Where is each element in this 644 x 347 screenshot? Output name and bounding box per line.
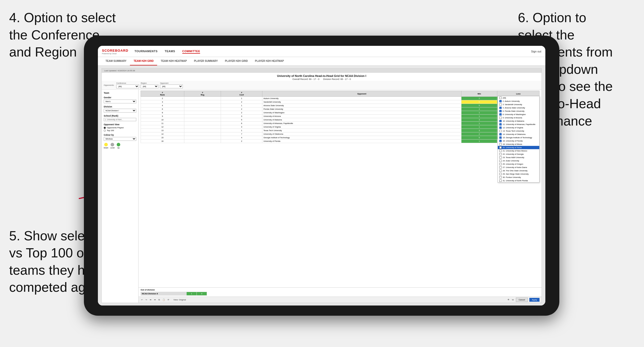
dropdown-item-label: (All) [503,97,506,99]
sidebar-gender-select[interactable]: Men's [104,100,136,103]
radio-top-100[interactable]: Top 100 [104,129,136,132]
col-conf: #Conf [221,91,262,97]
dropdown-item[interactable]: 24. Duke University [498,159,539,162]
toolbar-redo[interactable]: ↪ [145,298,148,301]
dropdown-item[interactable]: 2. Auburn University [498,100,539,103]
grid-area: #Rank #Reg #Conf Opponent Win Loss [139,90,542,303]
dropdown-item[interactable]: 8. University of Washington [498,113,539,116]
dropdown-item-label: 6. Florida State University [503,110,525,112]
dropdown-checkbox [499,166,502,169]
ood-row: NCAA Division II 1 0 [141,292,207,296]
dropdown-item[interactable]: 15. Georgia Institute of Technology [498,136,539,139]
region-select[interactable]: (All) [141,85,158,88]
dropdown-item[interactable]: 10. University of Alabama [498,119,539,123]
nav-tournaments[interactable]: TOURNAMENTS [134,49,158,54]
dropdown-item[interactable]: 4. Arizona State University [498,106,539,109]
toolbar-back[interactable]: ⬅ [149,298,152,301]
dropdown-item[interactable]: 9. University of Arizona [498,116,539,119]
report-body: Team Gender Men's Division NCAA Division… [102,90,542,303]
col-reg: #Reg [184,91,221,97]
dropdown-item[interactable]: 30. Purdue University [498,176,539,179]
sub-nav-team-h2h-grid[interactable]: TEAM H2H GRID [130,57,157,65]
cell-conf: 1 [221,104,262,107]
nav-signout[interactable]: Sign out [531,50,541,53]
cell-conf: 4 [221,136,262,140]
dropdown-item-label: 12. University of Virginia [503,127,523,129]
nav-committee[interactable]: COMMITTEE [182,49,200,54]
sidebar-colour-select[interactable]: Win/loss [104,137,136,141]
filters-row: Opponents: Conference (All) Region (All) [102,81,542,90]
sub-nav-team-summary[interactable]: TEAM SUMMARY [102,57,130,65]
cell-rank: 16 [141,140,184,143]
dropdown-checkbox [499,107,502,109]
tablet: SCOREBOARD Powered by Cloud TOURNAMENTS … [84,36,559,316]
cell-rank: 8 [141,111,184,115]
dropdown-checkbox [499,173,502,175]
dropdown-item-label: 4. Arizona State University [503,107,525,109]
toolbar-forward[interactable]: ➡ [154,298,156,301]
sidebar-opponent-view-label: Opponent View [104,123,136,126]
col-rank: #Rank [141,91,184,97]
toolbar-undo[interactable]: ↩ [141,298,143,301]
sub-nav-player-h2h-grid[interactable]: PLAYER H2H GRID [221,57,251,65]
conference-select[interactable]: (All) [116,85,139,88]
toolbar-w[interactable]: W [512,298,515,301]
dropdown-checkbox [499,117,502,119]
dropdown-item[interactable]: 14. University of Oklahoma [498,133,539,136]
dropdown-item[interactable]: 31. University of North Florida [498,179,539,182]
navbar: SCOREBOARD Powered by Cloud TOURNAMENTS … [98,46,545,57]
dropdown-item[interactable]: 29. San Diego State University [498,172,539,176]
dropdown-item[interactable]: 25. University of Oregon [498,162,539,166]
cell-conf: 2 [221,107,262,111]
dropdown-item[interactable]: 16. University of Florida [498,139,539,143]
toolbar-refresh[interactable]: ⟳ [167,298,170,301]
toolbar-eye[interactable]: 👁 [507,298,510,301]
opponents-label: Opponents: [104,84,114,86]
nav-items: TOURNAMENTS TEAMS COMMITTEE [134,49,525,54]
cancel-button[interactable]: Cancel [516,298,528,302]
sidebar-opponent-view-section: Opponent View Opponents Played Top 100 [104,123,136,132]
table-row: 6 2 Florida State University 4 2 [141,107,540,111]
dropdown-item[interactable]: 11. University of Arkansas, Fayetteville [498,123,539,126]
cell-win: 2 [461,97,497,100]
ood-loss: 0 [197,292,207,296]
dropdown-item[interactable]: 27. University of Notre Dame [498,166,539,169]
report-header-bar: Last Updated: 4/18/2024 16:55:38 [102,68,542,73]
opponent-select[interactable]: (All) [160,85,183,88]
dropdown-item[interactable]: 12. University of Virginia [498,126,539,129]
dropdown-item[interactable]: 22. University of Georgia [498,152,539,156]
radio-opponents-played[interactable]: Opponents Played [104,127,136,129]
sidebar-division-select[interactable]: NCAA Division I [104,109,136,113]
dropdown-item[interactable]: 21. University of New Mexico [498,149,539,152]
opponent-dropdown[interactable]: (All)2. Auburn University3. Vanderbilt U… [498,96,540,183]
dropdown-item[interactable]: 18. University of Illinois [498,143,539,146]
opponent-filter-label: Opponent [160,82,183,84]
sub-nav-player-summary[interactable]: PLAYER SUMMARY [190,57,221,65]
dropdown-item-label: 31. University of North Florida [503,179,528,182]
dropdown-item[interactable]: 28. The Ohio State University [498,169,539,172]
dropdown-item[interactable]: 3. Vanderbilt University [498,103,539,106]
dropdown-checkbox [499,113,502,116]
cell-name: University of Virginia [262,125,461,129]
sub-nav-team-h2h-heatmap[interactable]: TEAM H2H HEATMAP [157,57,190,65]
dropdown-item[interactable]: 23. Texas A&M University [498,156,539,159]
legend-down-circle [104,143,108,146]
conference-label: Conference [116,82,139,84]
dropdown-item[interactable]: 13. Texas Tech University [498,129,539,133]
dropdown-item[interactable]: 6. Florida State University [498,109,539,113]
nav-teams[interactable]: TEAMS [165,49,175,54]
dropdown-item[interactable]: (All) [498,96,539,100]
toolbar-paste[interactable]: 📋 [162,298,166,301]
apply-button[interactable]: Apply [529,298,540,302]
radio-dot-top-100 [104,130,106,132]
sub-nav-player-h2h-heatmap[interactable]: PLAYER H2H HEATMAP [251,57,288,65]
sidebar-division-section: Division NCAA Division I [104,105,136,113]
dropdown-checkbox [499,127,502,129]
dropdown-item[interactable]: 20. University of Texas [498,146,539,149]
table-row: 8 2 University of Washington 1 0 [141,111,540,115]
sidebar-team-label: Team [104,92,136,94]
toolbar-copy[interactable]: ⧉ [158,298,160,301]
dropdown-item-label: 3. Vanderbilt University [503,103,522,106]
dropdown-checkbox [499,140,502,142]
sidebar-colour-label: Colour by [104,134,136,136]
